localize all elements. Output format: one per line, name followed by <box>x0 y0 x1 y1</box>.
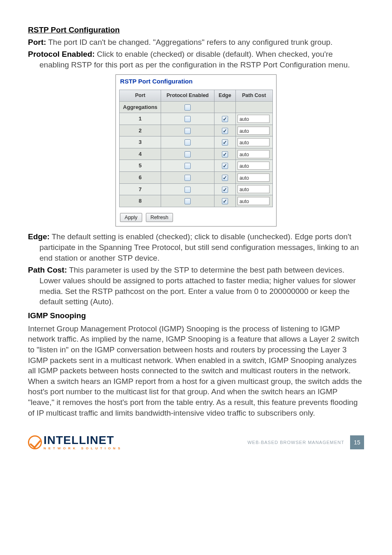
input-pathcost[interactable]: auto <box>238 138 270 146</box>
checkbox-edge[interactable] <box>222 128 228 134</box>
label-protocol: Protocol Enabled: <box>28 50 95 58</box>
checkbox-protocol[interactable] <box>184 139 191 146</box>
cell-port: 2 <box>120 125 161 136</box>
checkbox-edge[interactable] <box>222 151 228 157</box>
checkbox-edge[interactable] <box>222 139 228 146</box>
cell-aggregations-label: Aggregations <box>120 101 161 113</box>
checkbox-protocol[interactable] <box>184 187 191 193</box>
input-pathcost[interactable]: auto <box>238 162 270 170</box>
rstp-table: Port Protocol Enabled Edge Path Cost Agg… <box>119 90 272 207</box>
checkbox-edge[interactable] <box>222 187 228 193</box>
para-igmp-body: Internet Group Management Protocol (IGMP… <box>28 324 364 419</box>
input-pathcost[interactable]: auto <box>238 150 270 158</box>
checkbox-protocol[interactable] <box>184 151 191 157</box>
col-pathcost: Path Cost <box>235 90 272 101</box>
cell-port: 3 <box>120 136 161 148</box>
text-port: The port ID can't be changed. "Aggregati… <box>46 38 332 46</box>
input-pathcost[interactable]: auto <box>238 197 270 205</box>
col-edge: Edge <box>214 90 236 101</box>
label-pathcost: Path Cost: <box>28 266 67 274</box>
rstp-config-panel: RSTP Port Configuration Port Protocol En… <box>115 74 276 227</box>
checkbox-protocol[interactable] <box>184 128 191 134</box>
table-row: 6 auto <box>120 171 272 183</box>
para-protocol: Protocol Enabled: Click to enable (check… <box>28 49 364 70</box>
checkbox-protocol[interactable] <box>184 198 191 204</box>
checkbox-protocol[interactable] <box>184 175 191 181</box>
text-edge: The default setting is enabled (checked)… <box>39 232 359 262</box>
cell-port: 8 <box>120 195 161 207</box>
cell-port: 4 <box>120 148 161 160</box>
checkbox-protocol-aggregations[interactable] <box>184 104 191 111</box>
brand-name: INTELLINET <box>44 435 122 446</box>
checkbox-edge[interactable] <box>222 198 228 204</box>
page-footer: INTELLINET NETWORK SOLUTIONS WEB-BASED B… <box>28 435 364 450</box>
para-pathcost: Path Cost: This parameter is used by the… <box>28 265 364 307</box>
label-edge: Edge: <box>28 232 50 241</box>
checkbox-edge[interactable] <box>222 116 228 122</box>
cell-port: 6 <box>120 171 161 183</box>
table-header-row: Port Protocol Enabled Edge Path Cost <box>120 90 272 101</box>
cell-port: 7 <box>120 183 161 195</box>
refresh-button[interactable]: Refresh <box>146 213 173 222</box>
table-row: 4 auto <box>120 148 272 160</box>
input-pathcost[interactable]: auto <box>238 173 270 182</box>
table-row: 2 auto <box>120 125 272 136</box>
para-port: Port: The port ID can't be changed. "Agg… <box>28 37 364 48</box>
cell-path-aggregations <box>235 101 272 113</box>
table-row: 1 auto <box>120 113 272 125</box>
table-row-aggregations: Aggregations <box>120 101 272 113</box>
table-row: 7 auto <box>120 183 272 195</box>
table-row: 3 auto <box>120 136 272 148</box>
apply-button[interactable]: Apply <box>120 213 142 222</box>
cell-port: 1 <box>120 113 161 125</box>
table-row: 5 auto <box>120 160 272 172</box>
cell-edge-aggregations <box>214 101 236 113</box>
checkmark-icon <box>28 435 42 449</box>
checkbox-protocol[interactable] <box>184 163 191 169</box>
text-pathcost: This parameter is used by the STP to det… <box>39 266 356 306</box>
heading-igmp: IGMP Snooping <box>28 310 364 321</box>
input-pathcost[interactable]: auto <box>238 115 270 123</box>
checkbox-edge[interactable] <box>222 163 228 169</box>
brand-subtitle: NETWORK SOLUTIONS <box>44 447 122 450</box>
col-port: Port <box>120 90 161 101</box>
checkbox-edge[interactable] <box>222 175 228 181</box>
input-pathcost[interactable]: auto <box>238 185 270 193</box>
para-edge: Edge: The default setting is enabled (ch… <box>28 231 364 263</box>
col-protocol: Protocol Enabled <box>161 90 214 101</box>
cell-port: 5 <box>120 160 161 172</box>
heading-rstp: RSTP Port Configuration <box>28 25 364 35</box>
panel-title: RSTP Port Configuration <box>116 75 276 90</box>
input-pathcost[interactable]: auto <box>238 127 270 135</box>
footer-section-label: WEB-BASED BROWSER MANAGEMENT <box>247 439 344 446</box>
label-port: Port: <box>28 38 46 46</box>
page-number: 15 <box>350 435 364 449</box>
table-row: 8 auto <box>120 195 272 207</box>
checkbox-protocol[interactable] <box>184 116 191 122</box>
brand-logo: INTELLINET NETWORK SOLUTIONS <box>28 435 122 450</box>
